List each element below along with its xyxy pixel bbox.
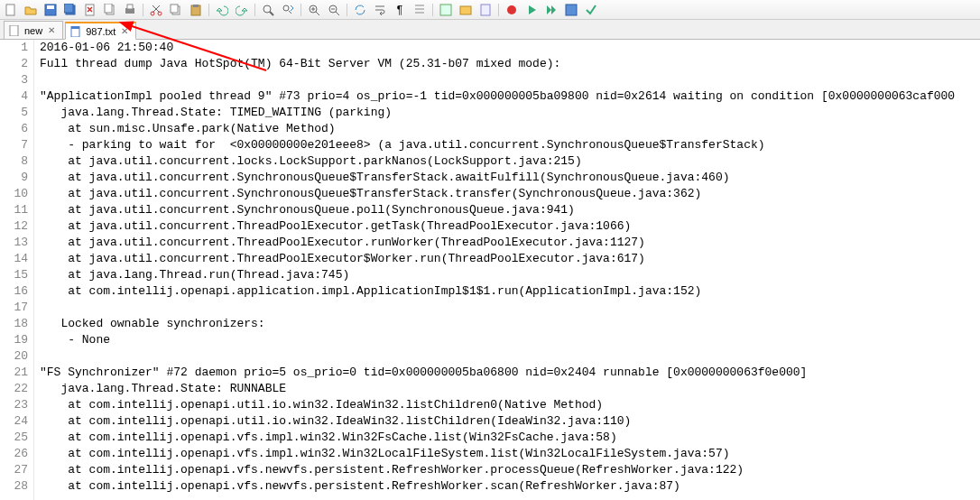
code-line[interactable]: java.lang.Thread.State: RUNNABLE xyxy=(40,381,980,397)
code-line[interactable]: "ApplicationImpl pooled thread 9" #73 pr… xyxy=(40,88,980,105)
tab-label: 987.txt xyxy=(86,26,116,37)
find-icon[interactable] xyxy=(261,3,275,17)
paste-icon[interactable] xyxy=(189,3,203,17)
code-line[interactable]: at java.util.concurrent.SynchronousQueue… xyxy=(40,202,980,218)
tab-close-icon[interactable]: ✕ xyxy=(121,26,128,36)
code-line[interactable]: at java.lang.Thread.run(Thread.java:745) xyxy=(40,267,980,283)
svg-rect-25 xyxy=(10,25,18,36)
show-all-icon[interactable]: ¶ xyxy=(393,3,407,17)
code-line[interactable]: at com.intellij.openapi.vfs.impl.win32.W… xyxy=(40,430,980,446)
line-number-gutter: 1234567891011121314151617181920212223242… xyxy=(0,40,34,500)
svg-point-17 xyxy=(283,5,289,11)
svg-rect-4 xyxy=(64,4,73,13)
undo-icon[interactable] xyxy=(215,3,229,17)
code-line[interactable]: at java.util.concurrent.ThreadPoolExecut… xyxy=(40,235,980,251)
line-number: 6 xyxy=(0,121,28,137)
line-number: 11 xyxy=(0,202,28,218)
macro-play-icon[interactable] xyxy=(524,3,539,17)
line-number: 14 xyxy=(0,251,28,267)
toolbar-separator xyxy=(208,4,209,16)
line-number: 10 xyxy=(0,186,28,202)
tab-new[interactable]: new ✕ xyxy=(4,21,63,39)
svg-rect-24 xyxy=(566,5,577,15)
code-line[interactable]: "FS Synchronizer" #72 daemon prio=5 os_p… xyxy=(40,365,980,381)
svg-rect-7 xyxy=(105,4,112,13)
code-line[interactable]: at com.intellij.openapi.vfs.impl.win32.W… xyxy=(40,446,980,462)
code-line[interactable]: 2016-01-06 21:50:40 xyxy=(40,40,980,56)
cut-icon[interactable] xyxy=(149,3,163,17)
tab-987-txt[interactable]: 987.txt ✕ xyxy=(65,22,136,40)
code-line[interactable]: at java.util.concurrent.locks.LockSuppor… xyxy=(40,153,980,170)
code-line[interactable]: at java.util.concurrent.SynchronousQueue… xyxy=(40,186,980,202)
code-line[interactable]: at java.util.concurrent.SynchronousQueue… xyxy=(40,170,980,186)
code-line[interactable]: at com.intellij.openapi.util.io.win32.Id… xyxy=(40,413,980,430)
code-line[interactable]: java.lang.Thread.State: TIMED_WAITING (p… xyxy=(40,105,980,121)
line-number: 17 xyxy=(0,300,28,316)
code-line[interactable] xyxy=(40,348,980,365)
indent-guide-icon[interactable] xyxy=(412,3,427,17)
close-all-icon[interactable] xyxy=(103,3,117,17)
function-list-icon[interactable] xyxy=(439,3,453,17)
text-editor[interactable]: 1234567891011121314151617181920212223242… xyxy=(0,40,980,500)
line-number: 27 xyxy=(0,462,28,478)
toolbar-separator xyxy=(254,4,255,16)
svg-point-23 xyxy=(507,5,516,14)
code-line[interactable]: at com.intellij.openapi.vfs.newvfs.persi… xyxy=(40,478,980,495)
macro-record-icon[interactable] xyxy=(504,3,519,17)
code-line[interactable] xyxy=(40,300,980,316)
line-number: 9 xyxy=(0,170,28,186)
tab-label: new xyxy=(24,25,42,36)
line-number: 1 xyxy=(0,40,28,56)
close-file-icon[interactable] xyxy=(83,3,97,17)
new-icon[interactable] xyxy=(4,3,18,17)
sync-icon[interactable] xyxy=(353,3,367,17)
line-number: 5 xyxy=(0,105,28,121)
open-icon[interactable] xyxy=(23,3,38,17)
tab-close-icon[interactable]: ✕ xyxy=(48,25,55,35)
macro-save-icon[interactable] xyxy=(564,3,578,17)
main-toolbar: ¶ xyxy=(0,0,980,20)
macro-run-multi-icon[interactable] xyxy=(544,3,559,17)
zoom-out-icon[interactable] xyxy=(327,3,341,17)
line-number: 19 xyxy=(0,332,28,348)
svg-point-16 xyxy=(263,5,271,13)
line-number: 26 xyxy=(0,446,28,462)
doc-map-icon[interactable] xyxy=(478,3,493,17)
code-line[interactable]: Locked ownable synchronizers: xyxy=(40,316,980,332)
file-icon xyxy=(8,24,21,37)
toolbar-separator xyxy=(347,4,347,16)
folder-view-icon[interactable] xyxy=(458,3,473,17)
code-line[interactable]: Full thread dump Java HotSpot(TM) 64-Bit… xyxy=(40,56,980,72)
line-number: 20 xyxy=(0,348,28,365)
code-line[interactable]: at com.intellij.openapi.util.io.win32.Id… xyxy=(40,397,980,413)
svg-rect-21 xyxy=(460,6,471,14)
code-line[interactable]: at java.util.concurrent.ThreadPoolExecut… xyxy=(40,218,980,235)
toolbar-separator xyxy=(143,4,143,16)
code-line[interactable]: - parking to wait for <0x00000000e201eee… xyxy=(40,137,980,153)
toolbar-separator xyxy=(498,4,499,16)
check-icon[interactable] xyxy=(584,3,598,17)
save-all-icon[interactable] xyxy=(63,3,78,17)
line-number: 24 xyxy=(0,413,28,430)
line-number: 7 xyxy=(0,137,28,153)
code-line[interactable]: at java.util.concurrent.ThreadPoolExecut… xyxy=(40,251,980,267)
toolbar-separator xyxy=(300,4,301,16)
save-icon[interactable] xyxy=(43,3,58,17)
code-line[interactable]: at com.intellij.openapi.application.impl… xyxy=(40,283,980,300)
toolbar-separator xyxy=(432,4,433,16)
zoom-in-icon[interactable] xyxy=(307,3,321,17)
print-icon[interactable] xyxy=(123,3,137,17)
code-line[interactable]: at sun.misc.Unsafe.park(Native Method) xyxy=(40,121,980,137)
line-number: 16 xyxy=(0,283,28,300)
svg-rect-0 xyxy=(6,5,14,15)
wrap-icon[interactable] xyxy=(373,3,387,17)
replace-icon[interactable] xyxy=(281,3,295,17)
redo-icon[interactable] xyxy=(235,3,249,17)
copy-icon[interactable] xyxy=(169,3,183,17)
code-line[interactable]: - None xyxy=(40,332,980,348)
code-line[interactable]: at com.intellij.openapi.vfs.newvfs.persi… xyxy=(40,462,980,478)
code-line[interactable] xyxy=(40,72,980,88)
editor-tabbar: new ✕ 987.txt ✕ xyxy=(0,20,980,40)
code-area[interactable]: 2016-01-06 21:50:40Full thread dump Java… xyxy=(34,40,980,500)
line-number: 12 xyxy=(0,218,28,235)
